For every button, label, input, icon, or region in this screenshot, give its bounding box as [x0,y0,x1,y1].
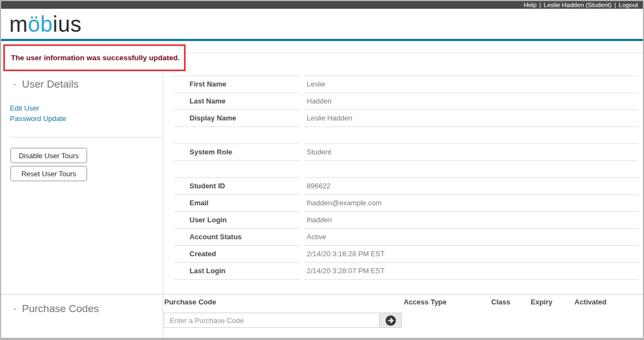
column-header-activated: Activated [574,298,607,306]
column-header-class: Class [491,298,510,306]
success-alert-message: The user information was successfully up… [11,54,180,62]
field-value: Active [304,229,639,246]
user-details-header: - User Details [1,78,163,90]
reset-user-tours-button[interactable]: Reset User Tours [10,166,87,181]
field-value: Leslie Hadden [304,110,639,127]
logo-bar: möbius [1,9,643,39]
field-value: 2/14/20 3:28:07 PM EST [304,263,639,280]
edit-user-link[interactable]: Edit User [10,104,163,112]
role-table: System Role Student [174,143,639,161]
table-row: Account Status Active [174,229,639,246]
field-label: Email [174,195,300,212]
field-label: Display Name [174,110,300,127]
logo-text-dark: ius [53,12,82,36]
field-value: Leslie [304,76,639,93]
table-row: Student ID 896622 [174,177,639,195]
purchase-codes-header: - Purchase Codes [1,303,163,315]
logout-link[interactable]: Logout [619,1,638,9]
table-row: First Name Leslie [174,76,639,93]
app-window: Help | Leslie Hadden (Student) | Logout … [0,0,644,340]
column-header-purchase-code: Purchase Code [164,298,216,306]
collapse-toggle-icon[interactable]: - [13,78,22,90]
field-label: Student ID [174,177,300,195]
field-label: Last Login [174,263,300,280]
table-row: Created 2/14/20 3:16:28 PM EST [174,246,639,263]
table-row: User Login lhadden [174,212,639,229]
success-alert: The user information was successfully up… [3,44,186,71]
sidebar-purchase-codes: - Purchase Codes [1,294,163,338]
purchase-code-input[interactable] [164,313,380,328]
field-value: lhadden@example.com [304,195,639,212]
current-user-link[interactable]: Leslie Hadden (Student) [544,1,612,9]
top-utility-bar: Help | Leslie Hadden (Student) | Logout [1,1,643,9]
field-value: Hadden [304,93,639,110]
field-label: Account Status [174,229,300,246]
table-row: Email lhadden@example.com [174,195,639,212]
field-value: lhadden [304,212,639,229]
purchase-codes-panel: Purchase Code Access Type Class Expiry A… [163,294,643,338]
purchase-codes-title: Purchase Codes [22,303,99,315]
help-link[interactable]: Help [524,1,537,9]
collapse-toggle-icon[interactable]: - [13,303,22,315]
topbar-separator: | [539,1,541,9]
column-header-access-type: Access Type [404,298,447,306]
logo-text-dark: m [9,12,28,36]
table-row: Display Name Leslie Hadden [174,110,639,127]
field-label: First Name [174,76,300,93]
user-details-links: Edit User Password Update [10,104,163,123]
user-info-panel: First Name Leslie Last Name Hadden Displ… [163,53,643,294]
column-header-expiry: Expiry [531,298,553,306]
field-value: 2/14/20 3:16:28 PM EST [304,246,639,263]
user-details-title: User Details [22,78,78,90]
table-row: Last Name Hadden [174,93,639,110]
disable-user-tours-button[interactable]: Disable User Tours [10,148,87,163]
logo-text-teal: öb [28,12,53,36]
table-row: System Role Student [174,143,639,161]
field-label: System Role [174,143,300,161]
field-label: User Login [174,212,300,229]
field-value: 896622 [304,177,639,195]
name-table: First Name Leslie Last Name Hadden Displ… [174,76,639,127]
sidebar-divider [10,137,163,137]
redeem-code-button[interactable] [380,313,402,328]
field-label: Created [174,246,300,263]
table-row: Last Login 2/14/20 3:28:07 PM EST [174,263,639,280]
field-label: Last Name [174,93,300,110]
sidebar-user-details: - User Details Edit User Password Update… [1,53,163,294]
mobius-logo[interactable]: möbius [9,13,82,35]
password-update-link[interactable]: Password Update [10,114,163,123]
topbar-separator: | [614,1,616,9]
arrow-right-circle-icon [386,315,396,326]
account-table: Student ID 896622 Email lhadden@example.… [174,177,639,280]
field-value: Student [304,143,639,161]
content-area: - User Details Edit User Password Update… [1,53,643,338]
